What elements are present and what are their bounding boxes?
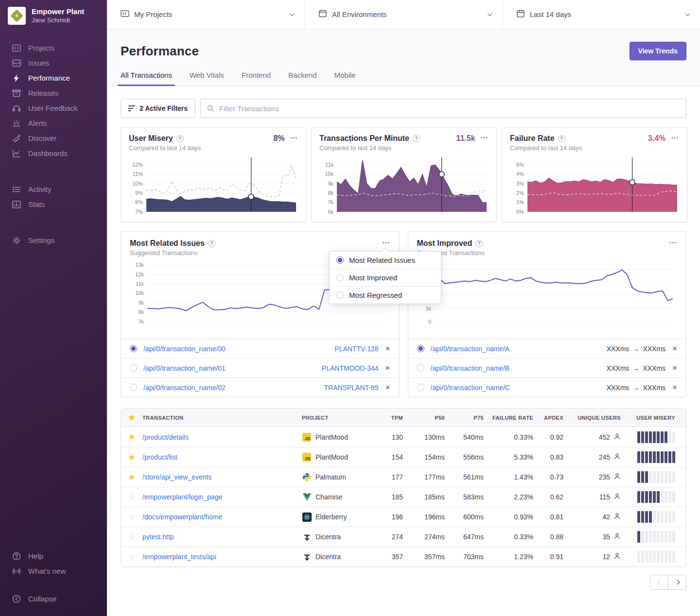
sidebar-item[interactable]: Discover (0, 131, 107, 146)
active-filters-button[interactable]: 2 Active Filters (121, 99, 195, 118)
col-project[interactable]: PROJECT (302, 415, 376, 421)
col-apdex[interactable]: APDEX (533, 415, 563, 421)
sidebar-item-settings[interactable]: Settings (0, 233, 107, 248)
topbar-select[interactable]: All Environments (304, 0, 502, 29)
transaction-radio[interactable] (130, 364, 137, 372)
transaction-radio[interactable] (130, 345, 137, 352)
view-trends-button[interactable]: View Trends (630, 42, 686, 60)
col-p75[interactable]: P75 (445, 415, 484, 421)
user-icon (613, 473, 621, 481)
svg-text:1k: 1k (425, 306, 431, 311)
tab-label: Mobile (334, 71, 355, 79)
issue-link[interactable]: PLANTMOOD-344 (322, 364, 379, 372)
sidebar-item[interactable]: Dashboards (0, 146, 107, 161)
star-icon[interactable]: ★ (128, 413, 136, 422)
apdex-value: 0.62 (533, 493, 563, 501)
close-icon[interactable] (672, 383, 677, 392)
transaction-link[interactable]: /product/details (142, 433, 189, 441)
sidebar-item[interactable]: Activity (0, 182, 107, 197)
transaction-link[interactable]: pytest.http (142, 533, 174, 541)
close-icon[interactable] (385, 364, 390, 372)
transaction-radio[interactable] (417, 364, 424, 372)
help-icon[interactable] (558, 135, 565, 142)
menu-item[interactable]: Most Improved (330, 269, 441, 286)
table-row: ☆ /docs/empowerplant/home Elderberry 196… (121, 507, 686, 527)
topbar-select[interactable]: Last 14 days (502, 0, 700, 29)
transaction-link[interactable]: /empowerplant_tests/api (142, 553, 216, 561)
close-icon[interactable] (385, 344, 390, 353)
transaction-link[interactable]: /api/0/transaction_name/A (431, 345, 510, 353)
ellipsis-menu-icon[interactable] (670, 240, 677, 247)
issue-link[interactable]: PLANTTV-128 (334, 345, 378, 353)
apdex-value: 0.83 (533, 453, 563, 461)
col-p50[interactable]: P50 (403, 415, 445, 421)
transaction-radio[interactable] (417, 345, 424, 352)
transaction-link[interactable]: /product/list (142, 453, 177, 461)
transaction-radio[interactable] (417, 384, 424, 391)
star-icon[interactable]: ☆ (128, 533, 135, 541)
sidebar-item-label: Issues (28, 59, 49, 67)
transaction-link[interactable]: /api/0/transaction_name/00 (143, 345, 226, 353)
sidebar-collapse[interactable]: Collapse (0, 591, 107, 606)
transaction-link[interactable]: /store/api_view_events (142, 473, 211, 481)
menu-item[interactable]: Most Related Issues (330, 252, 441, 269)
col-failure-rate[interactable]: FAILURE RATE (484, 415, 533, 421)
table-body: ★ /product/details JS PlantMood 130 130m… (121, 427, 686, 566)
star-icon[interactable]: ☆ (128, 553, 135, 561)
ellipsis-menu-icon[interactable] (291, 135, 298, 142)
sidebar-item[interactable]: What’s new (0, 564, 107, 579)
ellipsis-menu-icon[interactable] (383, 240, 390, 247)
sidebar-item[interactable]: Performance (0, 70, 107, 86)
tab[interactable]: Frontend (242, 71, 271, 86)
sidebar-item[interactable]: Stats (0, 197, 107, 212)
menu-radio[interactable] (336, 291, 344, 299)
close-icon[interactable] (385, 383, 390, 392)
transaction-link[interactable]: /api/0/transaction_name/C (431, 384, 510, 392)
col-tpm[interactable]: TPM (376, 415, 403, 421)
transaction-link[interactable]: /docs/empowerplant/home (142, 513, 222, 521)
transaction-link[interactable]: /api/0/transaction_name/01 (143, 364, 226, 372)
previous-page-button[interactable] (650, 575, 668, 590)
next-page-button[interactable] (668, 575, 686, 590)
col-transaction[interactable]: TRANSACTION (142, 415, 302, 421)
menu-radio[interactable] (336, 257, 344, 264)
filter-transactions-input[interactable] (200, 99, 686, 118)
tab[interactable]: All Transactions (121, 71, 172, 86)
transaction-link[interactable]: /api/0/transaction_name/02 (143, 384, 226, 392)
star-icon[interactable]: ★ (128, 473, 135, 481)
ellipsis-menu-icon[interactable] (481, 135, 489, 142)
help-icon[interactable] (413, 135, 420, 142)
star-icon[interactable]: ★ (128, 453, 135, 462)
transaction-link[interactable]: /api/0/transaction_name/B (431, 364, 510, 372)
unique-users-value: 35 (602, 533, 610, 541)
close-icon[interactable] (672, 364, 677, 372)
user-icon (613, 513, 621, 521)
sidebar-item[interactable]: Issues (0, 55, 107, 70)
sidebar-item[interactable]: Releases (0, 86, 107, 101)
star-icon[interactable]: ☆ (128, 513, 135, 521)
tab[interactable]: Mobile (334, 71, 355, 86)
tab[interactable]: Web Vitals (190, 71, 224, 86)
transaction-link[interactable]: /empowerplant/login_page (142, 493, 222, 501)
col-unique-users[interactable]: UNIQUE USERS (563, 415, 621, 421)
close-icon[interactable] (672, 344, 677, 353)
sidebar-item[interactable]: Alerts (0, 116, 107, 131)
help-icon[interactable] (176, 135, 184, 142)
transaction-radio[interactable] (130, 384, 137, 391)
sidebar-item[interactable]: Help (0, 548, 107, 564)
tab[interactable]: Backend (288, 71, 316, 86)
sidebar-item[interactable]: Projects (0, 40, 107, 55)
page-header: Performance View Trends All Transactions… (107, 29, 700, 86)
star-icon[interactable]: ★ (128, 433, 135, 441)
topbar-select[interactable]: My Projects (107, 0, 304, 29)
org-switcher[interactable]: Empower Plant Jane Schmidt (0, 0, 107, 30)
menu-item[interactable]: Most Regressed (330, 286, 441, 304)
col-user-misery[interactable]: USER MISERY (621, 415, 686, 421)
help-icon[interactable] (475, 240, 483, 247)
issue-link[interactable]: TRANSPLANT-85 (324, 384, 379, 392)
star-icon[interactable]: ☆ (128, 493, 135, 501)
sidebar-item[interactable]: User Feedback (0, 101, 107, 116)
menu-radio[interactable] (336, 274, 344, 281)
ellipsis-menu-icon[interactable] (672, 135, 679, 142)
help-icon[interactable] (208, 240, 215, 247)
